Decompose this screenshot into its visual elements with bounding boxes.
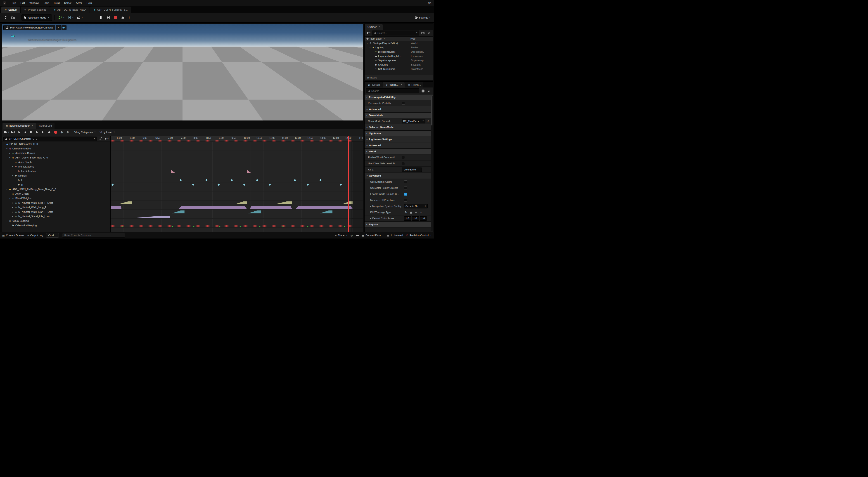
timeline-lane[interactable] bbox=[111, 191, 363, 196]
column-item-label[interactable]: Item Label bbox=[370, 37, 382, 40]
vlog-event-dot[interactable] bbox=[193, 226, 194, 227]
save-button[interactable] bbox=[2, 14, 9, 21]
property-group-row[interactable]: ▸Advanced bbox=[365, 106, 433, 113]
timeline-lane[interactable] bbox=[111, 210, 363, 214]
menu-item-file[interactable]: File bbox=[9, 2, 18, 4]
derived-data-dropdown[interactable]: ▦ Derived Data ▼ bbox=[362, 234, 384, 237]
pause-playback-button[interactable] bbox=[29, 130, 34, 135]
outliner-filter-button[interactable]: ▼ bbox=[366, 31, 371, 35]
menu-item-build[interactable]: Build bbox=[52, 2, 62, 4]
notify-event-marker[interactable] bbox=[192, 184, 194, 186]
account-label[interactable]: ols bbox=[428, 2, 431, 4]
tree-row[interactable]: ⚑L bbox=[2, 178, 111, 183]
expand-arrow-icon[interactable]: ▾ bbox=[5, 188, 8, 190]
timeline-lane[interactable] bbox=[111, 164, 363, 169]
property-group-row[interactable]: ▸Lightmass Settings bbox=[365, 136, 433, 142]
vlog-event-dot[interactable] bbox=[219, 226, 220, 227]
notify-event-marker[interactable] bbox=[243, 184, 245, 186]
jump-to-end-button[interactable] bbox=[47, 130, 52, 135]
vector-component-field[interactable]: 1.0 bbox=[412, 216, 419, 221]
blueprints-button[interactable]: ▼ bbox=[67, 14, 74, 21]
outliner-column-header[interactable]: Item Label ▲ Type bbox=[365, 36, 433, 41]
section-header[interactable]: ▾World bbox=[365, 149, 433, 154]
blend-weight-shape[interactable] bbox=[111, 206, 121, 209]
tab-rewind-debugger[interactable]: ◀◀ Rewind Debugger × bbox=[2, 123, 36, 129]
revision-control-dropdown[interactable]: ⊘ Revision Control ▼ bbox=[406, 234, 432, 237]
browse-asset-icon[interactable]: ▦ bbox=[409, 211, 413, 214]
eye-icon[interactable] bbox=[366, 37, 369, 40]
debug-actor-dropdown[interactable]: BP_UEFNCharacter_C_0 ▼ bbox=[3, 136, 97, 141]
blend-weight-shape[interactable] bbox=[134, 216, 170, 218]
reset-to-default-icon[interactable]: ↺ bbox=[427, 120, 429, 123]
menu-item-select[interactable]: Select bbox=[62, 2, 74, 4]
step-back-button[interactable] bbox=[16, 130, 22, 135]
expand-arrow-icon[interactable]: ▸ bbox=[11, 202, 14, 204]
expand-arrow-icon[interactable]: ▸ bbox=[8, 152, 11, 154]
details-scrollbar[interactable] bbox=[431, 96, 433, 231]
timeline-lane[interactable] bbox=[111, 205, 363, 210]
blend-weight-shape[interactable] bbox=[172, 211, 185, 214]
combo-box[interactable]: BP_ThirdPersonGa▼ bbox=[402, 119, 425, 123]
blend-weight-shape[interactable] bbox=[179, 206, 247, 209]
frame-skip-button[interactable] bbox=[105, 14, 112, 21]
notify-event-marker[interactable] bbox=[294, 179, 296, 181]
blend-weight-shape[interactable] bbox=[341, 201, 352, 204]
crosshair-circle-button[interactable]: ⊚ bbox=[65, 130, 70, 135]
tree-row[interactable]: ⚑R bbox=[2, 183, 111, 187]
timeline-lane[interactable] bbox=[111, 223, 363, 228]
vector-component-field[interactable]: 1.0 bbox=[404, 216, 411, 221]
timeline-lane[interactable] bbox=[111, 155, 363, 160]
outliner-row[interactable]: ▾■LightingFolder bbox=[365, 45, 433, 50]
outliner-search-input[interactable] bbox=[377, 32, 415, 34]
close-icon[interactable]: × bbox=[401, 83, 402, 86]
output-log-button[interactable]: ≡ Output Log bbox=[27, 234, 43, 237]
blend-weight-shape[interactable] bbox=[274, 201, 292, 204]
settings-circle-button[interactable]: ⊛ bbox=[59, 130, 64, 135]
vlog-event-dot[interactable] bbox=[240, 226, 241, 227]
tree-row[interactable]: ↻Inertialization bbox=[2, 169, 111, 173]
section-header[interactable]: ▾Precomputed Visibility bbox=[365, 94, 433, 100]
unreal-logo-icon[interactable]: U bbox=[3, 1, 6, 5]
outliner-row[interactable]: ☀DirectionalLightDirectionalL bbox=[365, 50, 433, 54]
pilot-actor-badge[interactable]: Pilot Actor: RewindDebuggerCamera bbox=[3, 25, 55, 30]
create-folder-button[interactable] bbox=[421, 31, 425, 35]
tree-row[interactable]: ☻BP_UEFNCharacter_C_0 bbox=[2, 142, 111, 146]
asset-tab[interactable]: ◈ABP_UEFN_Base_New* bbox=[50, 6, 90, 13]
timeline-lane[interactable] bbox=[111, 200, 363, 205]
tab-outliner[interactable]: Outliner × bbox=[365, 24, 383, 30]
tree-row[interactable]: ▾◆ABP_UEFN_FullBody_Base_New_C_0 bbox=[2, 187, 111, 191]
timeline-lane[interactable] bbox=[111, 196, 363, 200]
notify-event-marker[interactable] bbox=[205, 179, 208, 181]
outliner-row[interactable]: ○SM_SkySphereStaticMesh bbox=[365, 67, 433, 71]
jump-to-start-button[interactable] bbox=[10, 130, 16, 135]
outliner-row[interactable]: ☁ExponentialHeightFoExponentia bbox=[365, 54, 433, 58]
blend-weight-shape[interactable] bbox=[234, 201, 247, 204]
timeline-playhead[interactable] bbox=[348, 136, 349, 232]
notify-event-marker[interactable] bbox=[231, 179, 233, 181]
details-settings-button[interactable] bbox=[427, 88, 432, 93]
timeline-lane[interactable] bbox=[111, 187, 363, 191]
expand-arrow-icon[interactable]: ▸ bbox=[11, 216, 14, 218]
tree-row[interactable]: ▾◈CharacterMesh0 bbox=[2, 146, 111, 151]
rewind-timeline[interactable]: 5.005.506.006.507.007.508.008.509.009.50… bbox=[111, 136, 363, 232]
blend-weight-shape[interactable] bbox=[248, 211, 261, 214]
content-drawer-button[interactable]: ▤ Content Drawer bbox=[2, 234, 24, 237]
expand-arrow-icon[interactable]: ▸ bbox=[11, 206, 14, 209]
number-field[interactable]: -1048575.0 bbox=[402, 167, 422, 172]
cinematics-button[interactable]: ▼ bbox=[76, 14, 84, 21]
camera-mode-dropdown[interactable]: ▼ bbox=[4, 130, 9, 135]
play-reverse-button[interactable] bbox=[22, 130, 28, 135]
tab-details[interactable]: Details bbox=[365, 82, 383, 88]
step-forward-button[interactable] bbox=[41, 130, 46, 135]
section-header[interactable]: ▾Physics bbox=[365, 222, 433, 227]
eject-button[interactable] bbox=[120, 14, 126, 21]
checkbox[interactable] bbox=[404, 181, 407, 183]
expand-arrow-icon[interactable]: ▾ bbox=[5, 220, 8, 222]
checkbox[interactable] bbox=[402, 162, 405, 165]
notify-event-marker[interactable] bbox=[112, 184, 114, 186]
tree-row[interactable]: ▾≡Visual Logging bbox=[2, 219, 111, 223]
section-header[interactable]: ▾Lightmass bbox=[365, 130, 433, 136]
menu-item-help[interactable]: Help bbox=[84, 2, 94, 4]
column-type[interactable]: Type bbox=[410, 37, 432, 40]
checkbox[interactable]: ✓ bbox=[404, 193, 407, 195]
